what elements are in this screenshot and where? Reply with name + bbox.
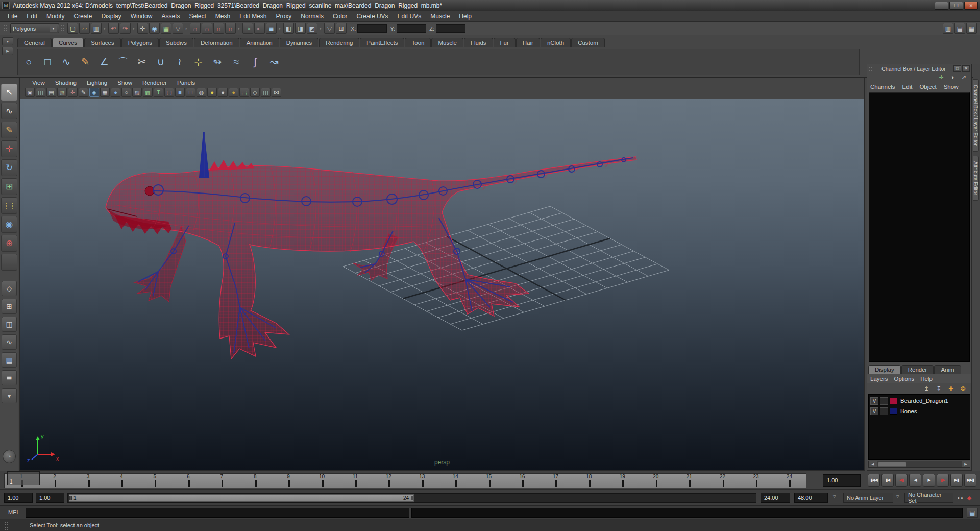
shelf-tab[interactable]: Rendering xyxy=(319,38,359,47)
menu-item[interactable]: File xyxy=(3,12,22,21)
attribute-editor-toggle-icon[interactable]: ▥ xyxy=(943,23,953,34)
frame-cell[interactable]: 20 xyxy=(639,474,672,488)
set-key-icon[interactable]: ⊶ xyxy=(955,493,965,502)
frame-cell[interactable]: 4 xyxy=(105,474,138,488)
new-layer-from-selected-icon[interactable]: ❂ xyxy=(958,384,968,393)
layer-scrollbar[interactable]: ◀ ▶ xyxy=(868,461,970,468)
layer-editor-menu-item[interactable]: Help xyxy=(920,376,933,382)
frame-cell[interactable]: 10 xyxy=(305,474,338,488)
shelf-tab[interactable]: Curves xyxy=(52,38,84,47)
layer-visibility-toggle[interactable]: V xyxy=(870,397,878,405)
panel-menu-item[interactable]: Panels xyxy=(172,79,200,86)
hyperbolic-speed-icon[interactable]: ↗ xyxy=(959,73,968,81)
panel-layout-icon[interactable]: ◇ xyxy=(250,88,260,97)
menu-item[interactable]: Help xyxy=(454,12,476,21)
maximize-button[interactable]: ❐ xyxy=(949,2,963,10)
file-new-icon[interactable]: ▢ xyxy=(67,23,78,34)
layer-editor-menu-item[interactable]: Options xyxy=(894,376,915,382)
step-back-key-button[interactable]: ◀▮ xyxy=(895,474,908,487)
current-frame-marker[interactable]: 1 xyxy=(7,471,40,485)
side-panel-tab[interactable]: Attribute Editor xyxy=(973,156,979,201)
pencil-curve-tool-icon[interactable]: ✎ xyxy=(77,53,94,70)
range-slider-track[interactable]: 1 24 xyxy=(67,493,756,503)
character-set-selector[interactable]: No Character Set xyxy=(904,493,953,503)
play-backwards-button[interactable]: ◀ xyxy=(909,474,921,487)
minimize-button[interactable]: — xyxy=(935,2,948,10)
menu-item[interactable]: Normals xyxy=(296,12,328,21)
channel-box-menu-item[interactable]: Edit xyxy=(902,84,913,90)
menu-set-selector[interactable]: Polygons ▼ xyxy=(10,23,59,33)
lasso-select-tool[interactable]: ∿ xyxy=(1,103,17,119)
step-forward-frame-button[interactable]: ▶▮ xyxy=(950,474,963,487)
move-tool[interactable]: ✛ xyxy=(1,140,17,157)
tool-settings-toggle-icon[interactable]: ▤ xyxy=(954,23,965,34)
menu-item[interactable]: Create xyxy=(69,12,96,21)
frame-cell[interactable]: 23 xyxy=(739,474,772,488)
mel-output-field[interactable] xyxy=(411,508,963,518)
textured-mode-icon[interactable]: T xyxy=(154,88,163,97)
shelf-tab[interactable]: nCloth xyxy=(541,38,571,47)
frame-cell[interactable]: 5 xyxy=(138,474,172,488)
layout-persp-graph-button[interactable]: ∿ xyxy=(2,334,17,350)
menu-item[interactable]: Create UVs xyxy=(352,12,393,21)
frame-cell[interactable]: 2 xyxy=(38,474,71,488)
select-camera-icon[interactable]: ◉ xyxy=(25,88,35,97)
menu-item[interactable]: Color xyxy=(328,12,352,21)
move-layer-up-icon[interactable]: ↥ xyxy=(921,384,932,393)
nurbs-square-icon[interactable]: □ xyxy=(39,53,56,70)
frame-cell[interactable]: 12 xyxy=(372,474,405,488)
go-to-start-button[interactable]: ▮◀◀ xyxy=(868,474,880,487)
2d-pan-zoom-icon[interactable]: ✛ xyxy=(68,88,78,97)
no-lights-icon[interactable]: ● xyxy=(229,88,238,97)
channel-box-menu-item[interactable]: Channels xyxy=(870,84,895,90)
layer-color-swatch[interactable] xyxy=(890,408,897,415)
current-time-field[interactable]: 1.00 xyxy=(823,474,861,487)
channel-box-toggle-icon[interactable]: ▦ xyxy=(966,23,977,34)
drag-grip[interactable] xyxy=(60,24,64,33)
frame-cell[interactable]: 19 xyxy=(606,474,639,488)
layer-row[interactable]: V Bearded_Dragon1 xyxy=(869,396,970,406)
toolbox-extra-button[interactable]: ◔ xyxy=(3,450,16,463)
shelf-tab-button[interactable]: ▶ xyxy=(2,47,13,55)
range-start-handle[interactable] xyxy=(69,496,72,500)
insert-knot-icon[interactable]: ⊹ xyxy=(190,53,207,70)
file-open-icon[interactable]: ▱ xyxy=(79,23,90,34)
mel-label[interactable]: MEL xyxy=(8,509,20,515)
layout-persp-trax-button[interactable]: ≣ xyxy=(2,370,17,385)
animation-start-field[interactable]: 1.00 xyxy=(4,493,33,503)
snap-grid-icon[interactable]: ∩ xyxy=(190,23,201,34)
input-connections-icon[interactable]: ⇥ xyxy=(242,23,253,34)
menu-item[interactable]: Edit UVs xyxy=(393,12,426,21)
panel-header[interactable]: Channel Box / Layer Editor □✕ xyxy=(867,64,971,73)
layer-editor-tab[interactable]: Render xyxy=(901,365,934,374)
script-editor-icon[interactable]: ▤ xyxy=(967,508,978,518)
soft-modification-tool[interactable]: ◉ xyxy=(1,216,17,233)
frame-cell[interactable]: 21 xyxy=(672,474,705,488)
panel-menu-item[interactable]: Lighting xyxy=(82,79,112,86)
chevron-down-icon[interactable]: ▽ xyxy=(896,495,899,499)
use-default-material-icon[interactable]: ◍ xyxy=(197,88,206,97)
close-button[interactable]: ✕ xyxy=(964,2,978,10)
anim-layer-selector[interactable]: No Anim Layer xyxy=(843,493,893,503)
menu-item[interactable]: Edit Mesh xyxy=(235,12,271,21)
move-layer-down-icon[interactable]: ↧ xyxy=(934,384,944,393)
panel-stack-icon[interactable]: ◫ xyxy=(261,88,271,97)
layout-persp-outliner-button[interactable]: ◫ xyxy=(2,317,17,332)
select-tool[interactable]: ↖ xyxy=(1,84,17,101)
shelf-tab[interactable]: Deformation xyxy=(194,38,239,47)
select-object-icon[interactable]: ◉ xyxy=(149,23,160,34)
panel-menu-item[interactable]: Shading xyxy=(50,79,82,86)
move-manipulator-speed-icon[interactable]: ✛ xyxy=(937,73,946,81)
menu-item[interactable]: Display xyxy=(96,12,126,21)
last-tool-used[interactable] xyxy=(1,254,17,271)
group-separator[interactable]: ▸ xyxy=(132,23,136,34)
shelf-tab[interactable]: Fluids xyxy=(464,38,493,47)
range-end-handle[interactable] xyxy=(411,496,413,500)
shelf-tab[interactable]: Dynamics xyxy=(280,38,318,47)
frame-cell[interactable]: 14 xyxy=(438,474,472,488)
new-empty-layer-icon[interactable]: ✚ xyxy=(946,384,956,393)
render-settings-icon[interactable]: ◩ xyxy=(307,23,317,34)
ep-curve-tool-icon[interactable]: ∠ xyxy=(95,53,113,70)
image-plane-icon[interactable]: ▧ xyxy=(57,88,67,97)
frame-cell[interactable]: 11 xyxy=(338,474,372,488)
